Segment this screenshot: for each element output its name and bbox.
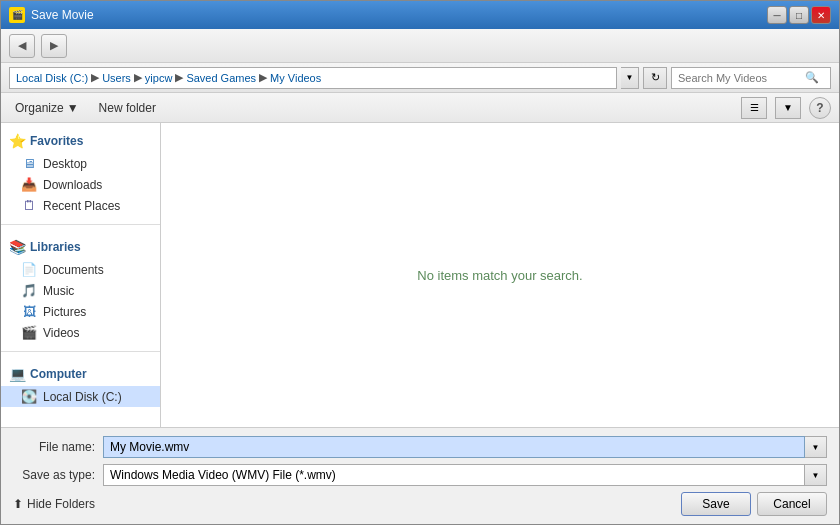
title-bar: 🎬 Save Movie ─ □ ✕ xyxy=(1,1,839,29)
dialog-icon: 🎬 xyxy=(9,7,25,23)
address-bar: Local Disk (C:) ▶ Users ▶ yipcw ▶ Saved … xyxy=(1,63,839,93)
view-dropdown-button[interactable]: ▼ xyxy=(775,97,801,119)
cancel-button[interactable]: Cancel xyxy=(757,492,827,516)
file-name-label: File name: xyxy=(13,440,103,454)
back-button[interactable]: ◀ xyxy=(9,34,35,58)
refresh-button[interactable]: ↻ xyxy=(643,67,667,89)
path-segment-drive[interactable]: Local Disk (C:) xyxy=(16,72,88,84)
music-icon: 🎵 xyxy=(21,283,37,298)
search-icon[interactable]: 🔍 xyxy=(802,68,822,88)
organize-button[interactable]: Organize ▼ xyxy=(9,99,85,117)
libraries-header: 📚 Libraries xyxy=(1,235,160,259)
content-area: No items match your search. xyxy=(161,123,839,427)
view-toggle-button[interactable]: ☰ xyxy=(741,97,767,119)
file-name-dropdown-button[interactable]: ▼ xyxy=(805,436,827,458)
sidebar-divider-1 xyxy=(1,224,160,225)
empty-message: No items match your search. xyxy=(417,268,582,283)
computer-section: 💻 Computer 💽 Local Disk (C:) xyxy=(1,356,160,411)
title-controls: ─ □ ✕ xyxy=(767,6,831,24)
toolbar: ◀ ▶ xyxy=(1,29,839,63)
sidebar-item-desktop[interactable]: 🖥 Desktop xyxy=(1,153,160,174)
minimize-button[interactable]: ─ xyxy=(767,6,787,24)
hide-folders-label: Hide Folders xyxy=(27,497,95,511)
search-input[interactable] xyxy=(672,70,802,86)
sidebar-item-downloads[interactable]: 📥 Downloads xyxy=(1,174,160,195)
favorites-header: ⭐ Favorites xyxy=(1,129,160,153)
sidebar-item-music[interactable]: 🎵 Music xyxy=(1,280,160,301)
footer-row: ⬆ Hide Folders Save Cancel xyxy=(13,492,827,516)
hide-folders-icon: ⬆ xyxy=(13,497,23,511)
save-movie-dialog: 🎬 Save Movie ─ □ ✕ ◀ ▶ Local Disk (C:) ▶… xyxy=(0,0,840,525)
new-folder-button[interactable]: New folder xyxy=(93,99,162,117)
favorites-star-icon: ⭐ xyxy=(9,133,26,149)
computer-header: 💻 Computer xyxy=(1,362,160,386)
close-button[interactable]: ✕ xyxy=(811,6,831,24)
libraries-section: 📚 Libraries 📄 Documents 🎵 Music 🖼 Pictur… xyxy=(1,229,160,347)
path-segment-myvideos[interactable]: My Videos xyxy=(270,72,321,84)
local-disk-icon: 💽 xyxy=(21,389,37,404)
path-segment-user[interactable]: yipcw xyxy=(145,72,173,84)
maximize-button[interactable]: □ xyxy=(789,6,809,24)
action-bar: Organize ▼ New folder ☰ ▼ ? xyxy=(1,93,839,123)
address-dropdown-button[interactable]: ▼ xyxy=(621,67,639,89)
hide-folders-button[interactable]: ⬆ Hide Folders xyxy=(13,497,95,511)
save-button[interactable]: Save xyxy=(681,492,751,516)
forward-button[interactable]: ▶ xyxy=(41,34,67,58)
footer-buttons: Save Cancel xyxy=(681,492,827,516)
sidebar-item-documents[interactable]: 📄 Documents xyxy=(1,259,160,280)
dialog-title: Save Movie xyxy=(31,8,94,22)
sidebar-item-recent-places[interactable]: 🗒 Recent Places xyxy=(1,195,160,216)
save-as-type-label: Save as type: xyxy=(13,468,103,482)
sidebar-divider-2 xyxy=(1,351,160,352)
save-as-type-row: Save as type: Windows Media Video (WMV) … xyxy=(13,464,827,486)
type-dropdown-button[interactable]: ▼ xyxy=(805,464,827,486)
favorites-section: ⭐ Favorites 🖥 Desktop 📥 Downloads 🗒 Rece… xyxy=(1,123,160,220)
file-name-row: File name: ▼ xyxy=(13,436,827,458)
documents-icon: 📄 xyxy=(21,262,37,277)
sidebar-item-pictures[interactable]: 🖼 Pictures xyxy=(1,301,160,322)
help-button[interactable]: ? xyxy=(809,97,831,119)
save-as-type-select[interactable]: Windows Media Video (WMV) File (*.wmv) xyxy=(103,464,805,486)
computer-icon: 💻 xyxy=(9,366,26,382)
downloads-icon: 📥 xyxy=(21,177,37,192)
bottom-bar: File name: ▼ Save as type: Windows Media… xyxy=(1,427,839,524)
address-path[interactable]: Local Disk (C:) ▶ Users ▶ yipcw ▶ Saved … xyxy=(9,67,617,89)
videos-icon: 🎬 xyxy=(21,325,37,340)
path-segment-savedgames[interactable]: Saved Games xyxy=(186,72,256,84)
sidebar: ⭐ Favorites 🖥 Desktop 📥 Downloads 🗒 Rece… xyxy=(1,123,161,427)
desktop-icon: 🖥 xyxy=(21,156,37,171)
recent-places-icon: 🗒 xyxy=(21,198,37,213)
path-segment-users[interactable]: Users xyxy=(102,72,131,84)
main-content: ⭐ Favorites 🖥 Desktop 📥 Downloads 🗒 Rece… xyxy=(1,123,839,427)
sidebar-item-videos[interactable]: 🎬 Videos xyxy=(1,322,160,343)
pictures-icon: 🖼 xyxy=(21,304,37,319)
search-box: 🔍 xyxy=(671,67,831,89)
libraries-icon: 📚 xyxy=(9,239,26,255)
sidebar-item-local-disk[interactable]: 💽 Local Disk (C:) xyxy=(1,386,160,407)
file-name-input[interactable] xyxy=(103,436,805,458)
title-bar-left: 🎬 Save Movie xyxy=(9,7,94,23)
